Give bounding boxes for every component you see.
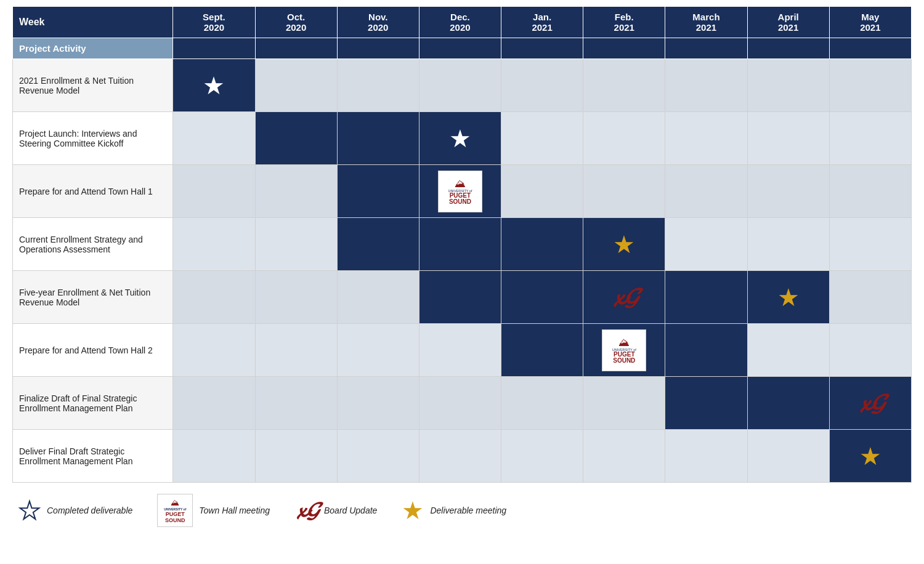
board-update-logo: 𝔁𝓖 [611,285,637,310]
gantt-cell [337,218,419,271]
gantt-cell [829,324,911,377]
gantt-cell: ★ [583,218,665,271]
gold-star-icon: ★ [613,232,635,257]
month-header-oct: Oct. 2020 [255,7,337,38]
gantt-cell [747,165,829,218]
gantt-cell [583,59,665,112]
header-fill-6 [583,38,665,59]
gantt-cell [419,377,501,430]
legend-townhall-label: Town Hall meeting [199,506,270,515]
header-fill-8 [747,38,829,59]
header-fill-9 [829,38,911,59]
gantt-cell [583,430,665,483]
gantt-cell [419,324,501,377]
gantt-cell [665,430,747,483]
week-header: Week [13,7,173,38]
townhall-icon: ⛰ UNIVERSITY of PUGET SOUND [157,494,193,527]
gantt-cell [255,59,337,112]
gantt-cell [665,271,747,324]
gantt-cell [173,377,255,430]
gantt-cell [501,165,583,218]
gantt-cell [419,430,501,483]
month-header-nov: Nov. 2020 [337,7,419,38]
month-header-april: April 2021 [747,7,829,38]
gantt-cell: ★ [829,430,911,483]
gantt-cell: ★ [173,59,255,112]
gantt-cell [419,218,501,271]
gantt-cell [419,59,501,112]
puget-sound-logo: ⛰ UNIVERSITY of PUGET SOUND [602,329,646,371]
gantt-cell [747,218,829,271]
gantt-cell [337,165,419,218]
legend-completed-label: Completed deliverable [47,506,132,515]
month-header-may: May 2021 [829,7,911,38]
gantt-cell [337,430,419,483]
legend-townhall: ⛰ UNIVERSITY of PUGET SOUND Town Hall me… [157,494,270,527]
legend-deliverable: ★ Deliverable meeting [402,498,506,523]
gantt-cell [665,324,747,377]
month-header-feb: Feb. 2021 [583,7,665,38]
gantt-cell [665,377,747,430]
gantt-cell [829,271,911,324]
board-update-icon: 𝔁𝓖 [294,499,318,522]
table-row: Current Enrollment Strategy and Operatio… [13,218,912,271]
gantt-cell [583,377,665,430]
board-update-logo: 𝔁𝓖 [857,391,883,416]
gantt-cell [747,112,829,165]
table-row: Project Launch: Interviews and Steering … [13,112,912,165]
gantt-cell [337,377,419,430]
gantt-cell [255,377,337,430]
month-header-march: March 2021 [665,7,747,38]
gantt-cell [501,430,583,483]
activity-label: Prepare for and Attend Town Hall 2 [13,324,173,377]
table-row: Deliver Final Draft Strategic Enrollment… [13,430,912,483]
white-star-icon: ★ [203,73,225,98]
activity-label: Current Enrollment Strategy and Operatio… [13,218,173,271]
activity-label: Five-year Enrollment & Net Tuition Reven… [13,271,173,324]
gantt-cell [829,165,911,218]
header-fill-1 [173,38,255,59]
gantt-wrapper: Week Sept. 2020 Oct. 2020 Nov. 2020 Dec.… [12,6,912,527]
activity-label: Prepare for and Attend Town Hall 1 [13,165,173,218]
table-row: 2021 Enrollment & Net Tuition Revenue Mo… [13,59,912,112]
gantt-cell: 𝔁𝓖 [829,377,911,430]
gantt-cell [255,324,337,377]
gantt-cell [173,165,255,218]
gantt-cell [747,59,829,112]
gantt-cell [583,165,665,218]
gantt-cell [829,112,911,165]
gantt-cell [337,59,419,112]
puget-sound-logo: ⛰ UNIVERSITY of PUGET SOUND [438,171,482,212]
gantt-cell [501,218,583,271]
gantt-cell [501,377,583,430]
table-row: Finalize Draft of Final Strategic Enroll… [13,377,912,430]
header-fill-3 [337,38,419,59]
legend-board: 𝔁𝓖 Board Update [294,499,377,522]
gantt-cell [173,218,255,271]
gantt-cell [501,324,583,377]
header-row-activity: Project Activity [13,38,912,59]
gantt-cell [501,59,583,112]
gantt-cell: ★ [747,271,829,324]
gantt-cell: 𝔁𝓖 [583,271,665,324]
deliverable-meeting-icon: ★ [402,498,424,523]
legend-completed: ★ Completed deliverable [18,498,132,523]
gantt-cell [665,112,747,165]
activity-label: Project Launch: Interviews and Steering … [13,112,173,165]
gantt-cell [337,324,419,377]
gantt-cell [747,324,829,377]
project-activity-header: Project Activity [13,38,173,59]
gantt-cell [173,271,255,324]
gantt-cell [255,271,337,324]
month-header-sept: Sept. 2020 [173,7,255,38]
gantt-cell [337,271,419,324]
gantt-cell [583,112,665,165]
gantt-cell [173,324,255,377]
header-row-week: Week Sept. 2020 Oct. 2020 Nov. 2020 Dec.… [13,7,912,38]
gantt-cell [255,112,337,165]
legend-board-label: Board Update [324,506,377,515]
gantt-cell: ⛰ UNIVERSITY of PUGET SOUND [419,165,501,218]
gantt-cell [747,430,829,483]
gantt-cell [829,59,911,112]
gantt-cell [173,430,255,483]
